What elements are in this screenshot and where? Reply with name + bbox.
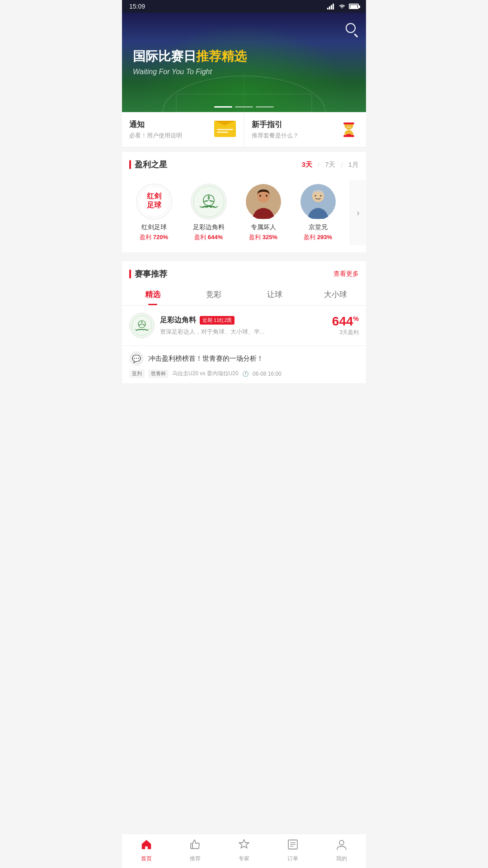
svg-point-24 xyxy=(132,316,152,335)
star-profit-4: 盈利 293% xyxy=(304,233,332,241)
expert-desc: 资深足彩达人，对于角球、大小球、半... xyxy=(160,328,327,336)
star-avatar-3 xyxy=(245,184,282,220)
guide-item[interactable]: 新手指引 推荐套餐是什么？ xyxy=(244,112,366,147)
status-bar-right xyxy=(327,3,359,9)
tab-jingcai[interactable]: 竞彩 xyxy=(183,285,244,305)
tab-3day[interactable]: 3天 xyxy=(302,160,312,169)
stars-container: 红剑 足球 红剑足球 盈利 720% xyxy=(122,175,366,252)
star-item-3[interactable]: 专属坏人 盈利 325% xyxy=(236,180,291,245)
expert-info: 足彩边角料 近期 11红2黑 资深足彩达人，对于角球、大小球、半... xyxy=(160,316,327,336)
analysis-bottom: 亚判 世青杯 乌拉圭U20 vs 委内瑞拉U20 🕐 06-08 16:00 xyxy=(129,369,359,378)
time-display: 15:09 xyxy=(129,3,145,10)
svg-point-19 xyxy=(266,195,267,197)
expert-card[interactable]: 足彩边角料 近期 11红2黑 资深足彩达人，对于角球、大小球、半... 644%… xyxy=(122,306,366,346)
view-more-button[interactable]: 查看更多 xyxy=(333,270,359,278)
hero-banner[interactable]: 国际比赛日推荐精选 Waiting For You To Fight xyxy=(122,13,366,112)
analysis-card[interactable]: 💬 冲击盈利榜榜首！世青赛的一场分析！ 亚判 世青杯 乌拉圭U20 vs 委内瑞… xyxy=(122,346,366,384)
analysis-tag-1: 亚判 xyxy=(129,369,145,378)
star-name-2: 足彩边角料 xyxy=(193,223,225,231)
match-tabs: 精选 竞彩 让球 大小球 xyxy=(122,279,366,306)
svg-rect-7 xyxy=(343,123,354,124)
svg-point-14 xyxy=(193,186,224,217)
profit-stars-tabs: 3天 / 7天 / 1月 xyxy=(302,160,359,169)
svg-rect-1 xyxy=(329,6,330,9)
star-name-4: 京堂兄 xyxy=(309,223,328,231)
star-item-2[interactable]: 足彩边角料 盈利 644% xyxy=(181,180,236,245)
expert-name: 足彩边角料 xyxy=(160,316,196,325)
search-icon xyxy=(346,23,356,33)
svg-point-18 xyxy=(259,195,261,197)
analysis-icon: 💬 xyxy=(129,351,144,366)
tab-daxiaoqiu[interactable]: 大小球 xyxy=(305,285,366,305)
notif-title: 通知 xyxy=(129,119,182,130)
analysis-tag-2: 世青杯 xyxy=(148,369,169,378)
analysis-title: 冲击盈利榜榜首！世青赛的一场分析！ xyxy=(148,354,263,363)
star-avatar-2 xyxy=(191,184,227,220)
wifi-icon xyxy=(338,3,346,9)
profit-stars-title: 盈利之星 xyxy=(135,159,167,170)
banner-title-cn: 国际比赛日推荐精选 xyxy=(133,49,355,64)
svg-rect-2 xyxy=(331,5,332,9)
status-bar: 15:09 xyxy=(122,0,366,13)
guide-subtitle: 推荐套餐是什么？ xyxy=(252,132,299,140)
svg-text:足球: 足球 xyxy=(146,201,162,209)
expert-tag: 近期 11红2黑 xyxy=(200,316,235,325)
battery-icon xyxy=(349,4,359,9)
stars-next-arrow[interactable]: › xyxy=(350,180,366,245)
star-avatar-1: 红剑 足球 xyxy=(136,184,172,220)
section-bar-2 xyxy=(129,269,131,278)
match-recommendations-section: 赛事推荐 查看更多 精选 竞彩 让球 大小球 xyxy=(122,261,366,384)
section-bar xyxy=(129,160,131,169)
envelope-icon xyxy=(214,121,237,139)
expert-profit-num: 644% xyxy=(332,315,359,328)
svg-rect-0 xyxy=(327,8,328,9)
star-profit-3: 盈利 325% xyxy=(249,233,277,241)
expert-profit-label: 3天盈利 xyxy=(332,329,359,336)
signal-icon xyxy=(327,3,335,9)
svg-rect-3 xyxy=(333,4,334,9)
svg-rect-8 xyxy=(343,135,354,137)
analysis-match: 乌拉圭U20 vs 委内瑞拉U20 xyxy=(172,370,239,377)
notification-bar: 通知 必看！用户使用说明 新手指引 推荐套餐是什么？ xyxy=(122,112,366,147)
match-header: 赛事推荐 查看更多 xyxy=(122,261,366,279)
tab-7day[interactable]: 7天 xyxy=(325,160,335,169)
star-item-4[interactable]: 京堂兄 盈利 293% xyxy=(291,180,345,245)
star-avatar-4 xyxy=(300,184,336,220)
star-profit-2: 盈利 644% xyxy=(194,233,223,241)
hourglass-icon xyxy=(339,120,359,140)
svg-text:红剑: 红剑 xyxy=(146,192,161,200)
search-button[interactable] xyxy=(343,20,359,36)
banner-title-en: Waiting For You To Fight xyxy=(133,68,355,76)
profit-stars-section: 盈利之星 3天 / 7天 / 1月 红剑 足球 xyxy=(122,152,366,252)
banner-indicators xyxy=(214,106,274,108)
notif-subtitle: 必看！用户使用说明 xyxy=(129,132,182,140)
tab-1month[interactable]: 1月 xyxy=(348,160,359,169)
tab-rangqiu[interactable]: 让球 xyxy=(244,285,305,305)
guide-title: 新手指引 xyxy=(252,119,299,130)
star-name-1: 红剑足球 xyxy=(141,223,167,231)
star-profit-1: 盈利 720% xyxy=(140,233,168,241)
expert-profit: 644% 3天盈利 xyxy=(332,315,359,336)
analysis-time: 06-08 16:00 xyxy=(253,371,282,377)
svg-point-23 xyxy=(320,195,322,197)
clock-icon: 🕐 xyxy=(242,371,249,377)
notification-item[interactable]: 通知 必看！用户使用说明 xyxy=(122,112,244,147)
star-item-1[interactable]: 红剑 足球 红剑足球 盈利 720% xyxy=(127,180,181,245)
expert-logo xyxy=(129,313,155,338)
match-section-title: 赛事推荐 xyxy=(135,269,167,279)
stars-scroll: 红剑 足球 红剑足球 盈利 720% xyxy=(122,180,350,245)
svg-point-22 xyxy=(314,195,316,197)
profit-stars-header: 盈利之星 3天 / 7天 / 1月 xyxy=(122,152,366,175)
tab-featured[interactable]: 精选 xyxy=(122,285,183,305)
star-name-3: 专属坏人 xyxy=(251,223,276,231)
